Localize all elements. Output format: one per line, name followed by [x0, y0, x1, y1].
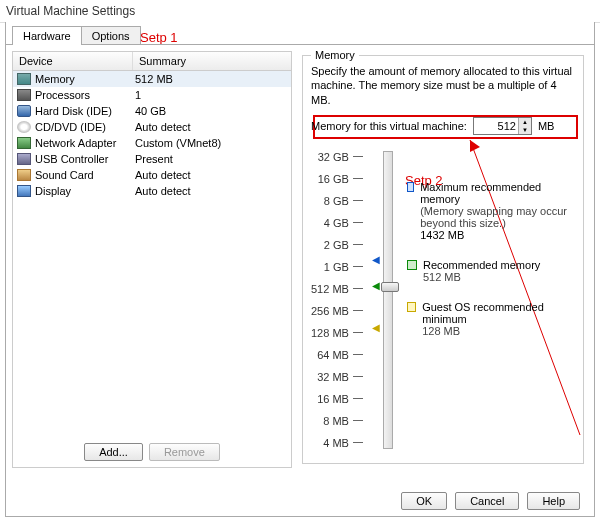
icon-mem-icon: [17, 73, 31, 85]
annotation-step1: Setp 1: [140, 30, 178, 45]
memory-input-label: Memory for this virtual machine:: [311, 120, 467, 132]
device-list-panel: Device Summary Memory 512 MB Processors …: [12, 51, 292, 468]
settings-dialog: Hardware Options Device Summary Memory 5…: [5, 22, 595, 517]
icon-disp-icon: [17, 185, 31, 197]
memory-input[interactable]: [474, 118, 518, 134]
icon-usb-icon: [17, 153, 31, 165]
cancel-button[interactable]: Cancel: [455, 492, 519, 510]
memory-legend: Maximum recommended memory (Memory swapp…: [407, 151, 575, 449]
square-green-icon: [407, 260, 417, 270]
legend-max-note: (Memory swapping may occur beyond this s…: [420, 205, 575, 229]
square-blue-icon: [407, 182, 414, 192]
scale-tick: 32 GB: [318, 151, 363, 163]
scale-tick: 1 GB: [324, 261, 363, 273]
scale-tick: 512 MB: [311, 283, 363, 295]
device-name: Memory: [35, 73, 135, 85]
marker-recommended-icon: ◀: [372, 280, 380, 291]
add-button[interactable]: Add...: [84, 443, 143, 461]
memory-scale: 32 GB16 GB8 GB4 GB2 GB1 GB512 MB256 MB12…: [311, 151, 369, 449]
legend-max-value: 1432 MB: [420, 229, 575, 241]
window-title: Virtual Machine Settings: [0, 0, 600, 23]
device-row-display[interactable]: Display Auto detect: [13, 183, 291, 199]
icon-cpu-icon: [17, 89, 31, 101]
device-row-network-adapter[interactable]: Network Adapter Custom (VMnet8): [13, 135, 291, 151]
device-name: CD/DVD (IDE): [35, 121, 135, 133]
legend-max-label: Maximum recommended memory: [420, 181, 575, 205]
legend-recommended: Recommended memory 512 MB: [407, 259, 575, 283]
memory-groupbox: Memory Specify the amount of memory allo…: [302, 55, 584, 464]
scale-tick: 16 GB: [318, 173, 363, 185]
tab-hardware[interactable]: Hardware: [12, 26, 82, 45]
legend-min: Guest OS recommended minimum 128 MB: [407, 301, 575, 337]
memory-description: Specify the amount of memory allocated t…: [311, 64, 575, 107]
icon-net-icon: [17, 137, 31, 149]
device-row-processors[interactable]: Processors 1: [13, 87, 291, 103]
device-name: Hard Disk (IDE): [35, 105, 135, 117]
scale-tick: 4 GB: [324, 217, 363, 229]
square-yellow-icon: [407, 302, 416, 312]
tab-strip: Hardware Options: [12, 26, 588, 45]
device-row-memory[interactable]: Memory 512 MB: [13, 71, 291, 87]
column-device[interactable]: Device: [13, 52, 133, 70]
device-summary: Custom (VMnet8): [135, 137, 287, 149]
legend-rec-label: Recommended memory: [423, 259, 540, 271]
legend-min-label: Guest OS recommended minimum: [422, 301, 575, 325]
device-name: USB Controller: [35, 153, 135, 165]
scale-tick: 256 MB: [311, 305, 363, 317]
device-row-usb-controller[interactable]: USB Controller Present: [13, 151, 291, 167]
device-row-sound-card[interactable]: Sound Card Auto detect: [13, 167, 291, 183]
scale-tick: 16 MB: [317, 393, 363, 405]
marker-max-icon: ◀: [372, 254, 380, 265]
device-summary: Present: [135, 153, 287, 165]
icon-cd-icon: [17, 121, 31, 133]
device-summary: Auto detect: [135, 121, 287, 133]
device-row-hard-disk-ide-[interactable]: Hard Disk (IDE) 40 GB: [13, 103, 291, 119]
memory-unit: MB: [538, 120, 555, 132]
device-summary: 512 MB: [135, 73, 287, 85]
scale-tick: 64 MB: [317, 349, 363, 361]
scale-tick: 8 GB: [324, 195, 363, 207]
ok-button[interactable]: OK: [401, 492, 447, 510]
device-summary: Auto detect: [135, 169, 287, 181]
spinner-up-icon[interactable]: ▲: [519, 118, 531, 126]
remove-button: Remove: [149, 443, 220, 461]
device-name: Network Adapter: [35, 137, 135, 149]
device-row-cd-dvd-ide-[interactable]: CD/DVD (IDE) Auto detect: [13, 119, 291, 135]
memory-slider[interactable]: ◀ ◀ ◀: [383, 151, 393, 449]
icon-hdd-icon: [17, 105, 31, 117]
scale-tick: 32 MB: [317, 371, 363, 383]
memory-group-title: Memory: [311, 49, 359, 61]
slider-thumb[interactable]: [381, 282, 399, 292]
device-summary: 40 GB: [135, 105, 287, 117]
marker-min-icon: ◀: [372, 322, 380, 333]
scale-tick: 2 GB: [324, 239, 363, 251]
legend-max: Maximum recommended memory (Memory swapp…: [407, 181, 575, 241]
help-button[interactable]: Help: [527, 492, 580, 510]
device-name: Sound Card: [35, 169, 135, 181]
device-list-header: Device Summary: [13, 52, 291, 71]
device-list[interactable]: Memory 512 MB Processors 1 Hard Disk (ID…: [13, 71, 291, 437]
column-summary[interactable]: Summary: [133, 52, 291, 70]
device-name: Display: [35, 185, 135, 197]
memory-spinner[interactable]: ▲ ▼: [473, 117, 532, 135]
scale-tick: 4 MB: [323, 437, 363, 449]
device-summary: 1: [135, 89, 287, 101]
scale-tick: 8 MB: [323, 415, 363, 427]
spinner-down-icon[interactable]: ▼: [519, 126, 531, 134]
tab-options[interactable]: Options: [81, 26, 141, 45]
scale-tick: 128 MB: [311, 327, 363, 339]
legend-min-value: 128 MB: [422, 325, 575, 337]
legend-rec-value: 512 MB: [423, 271, 540, 283]
device-summary: Auto detect: [135, 185, 287, 197]
icon-snd-icon: [17, 169, 31, 181]
device-name: Processors: [35, 89, 135, 101]
